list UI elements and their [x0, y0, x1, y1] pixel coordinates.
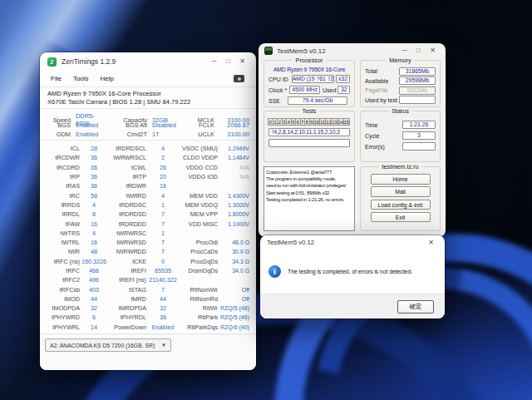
timing-value: 48 [80, 248, 108, 255]
dialog-footer: 確定 [260, 294, 445, 319]
sse-label: SSE [268, 98, 280, 104]
errors-label: Error(s) [365, 144, 385, 150]
cpu-name-text: AMD Ryzen 9 7950X 16-Core [268, 67, 350, 72]
close-icon[interactable]: ✕ [424, 237, 438, 248]
voltage-label: MEM VPP [180, 210, 218, 218]
timing-value: 2 [146, 154, 180, 161]
timing-value: 4 [80, 230, 108, 237]
menu-item[interactable]: Help [95, 73, 120, 84]
site-button[interactable]: Exit [371, 212, 431, 223]
timing-label: tMRDPDA [108, 304, 146, 312]
timing-label: tRFC [47, 267, 80, 274]
voltage-label: DramDqDs [180, 267, 218, 274]
timing-row: tRFC 466 tREFI 65535 DramDqDs 34.0 Ω [47, 266, 249, 275]
pagefile-field: 5322Mb [399, 86, 436, 95]
close-icon[interactable]: ✕ [235, 57, 249, 67]
timing-label: tRRDL [47, 210, 80, 218]
testmem5-window-title: TestMem5 v0.12 [277, 47, 326, 55]
timing-value: 4 [146, 145, 180, 152]
timing-value: 16 [80, 220, 108, 228]
dialog-titlebar[interactable]: TestMem5 v0.12 ✕ [260, 235, 445, 249]
timing-value: 7 [146, 220, 180, 228]
timing-row: tRC 58 tWRRD 4 MEM VDD 1.4300V [47, 190, 249, 200]
config-label: FCLK [182, 121, 214, 129]
pagefile-label: PageFile [365, 87, 388, 93]
dialog-body: i The testing is completed, of errors is… [260, 249, 445, 294]
timing-label: tREFI (ns) [108, 276, 146, 284]
timing-value: Enabled [146, 323, 180, 331]
zentimings-app-icon: Z [47, 57, 57, 67]
screenshot-camera-icon[interactable] [234, 75, 244, 82]
minimize-icon[interactable]: ─ [397, 46, 411, 57]
maximize-icon[interactable]: □ [221, 57, 235, 67]
dimm-selector-dropdown[interactable]: A2: ANACOMDA KS D5 7200 (16GB, SR) ▼ [45, 338, 171, 352]
site-button[interactable]: Home [371, 174, 431, 185]
available-label: Available [365, 78, 388, 84]
timing-label: tWRWRDD [108, 248, 146, 255]
log-line: The program in compatibility mode, [266, 175, 352, 182]
timing-label: tRCDRD [47, 164, 80, 171]
errors-field [402, 142, 436, 151]
config-value: Enabled [71, 131, 107, 138]
memory-config-section: Speed DDR5-6200 Capacity 32GB MCLK 3100.… [40, 109, 256, 141]
config-label: GDM [47, 131, 71, 138]
cpu-id-field: AMD (19 ?61 ?2) [292, 75, 334, 83]
processor-group: Processor AMD Ryzen 9 7950X 16-Core CPU … [264, 60, 355, 107]
zentimings-menubar: FileToolsHelp [40, 71, 256, 86]
timing-label: tPHYRDL [108, 314, 146, 321]
log-line: Testing completed in 1:21.26, no errors. [266, 196, 352, 203]
voltage-label: ProcDqDs [180, 258, 218, 265]
timing-value: 44 [80, 295, 108, 303]
info-icon: i [268, 265, 281, 278]
testmem5-titlebar[interactable]: TestMem5 v0.12 ─ □ ✕ [259, 43, 446, 58]
voltage-value: 30.0 Ω [218, 249, 249, 254]
board-info-text: X670E Taichi Carrara | BIOS 1.28 | SMU 8… [47, 98, 249, 106]
log-line: Start testing at 0:51, 896Mb x32 [266, 190, 352, 196]
timing-label: tWRWRSD [108, 239, 146, 246]
total-label: Total [365, 68, 377, 74]
zentimings-titlebar[interactable]: Z ZenTimings 1.2.9 ─ □ ✕ [40, 52, 256, 71]
timing-value: 16 [80, 239, 108, 246]
timing-value: 4 [146, 192, 180, 200]
cpu-arch-field: x32 [336, 75, 350, 83]
close-icon[interactable]: ✕ [426, 46, 440, 57]
voltage-label: ProcCaDs [180, 248, 218, 255]
maximize-icon[interactable]: □ [411, 46, 426, 57]
test-log-box[interactable]: Customize: Extreme1 @anta777The program … [264, 166, 355, 231]
timing-label: tCWL [108, 164, 146, 171]
timing-label: tCKE [108, 258, 146, 265]
voltage-label: CLDO VDDP [180, 154, 218, 161]
timing-label: tRCDWR [47, 154, 80, 161]
timing-label: tWTRS [47, 230, 80, 237]
timing-row: tPHYWRD 6 tPHYRDL 36 RttPark RZQ/5 (48) [47, 313, 249, 322]
timing-label: tRRDS [47, 201, 80, 209]
voltage-label: RttNomRd [180, 295, 218, 303]
timing-label: tCL [47, 145, 80, 152]
config-row: BGS Enabled BGS Alt Disabled FCLK 2066.6… [47, 121, 249, 131]
config-value: 1T [147, 131, 182, 138]
timing-label: tRP [47, 173, 80, 180]
ok-button[interactable]: 確定 [397, 300, 434, 314]
site-button[interactable]: Mail [371, 186, 431, 197]
voltage-label: MEM VDDQ [180, 201, 218, 209]
timing-label: tRDRDDD [108, 220, 146, 228]
timing-value: 16 [146, 182, 180, 190]
timing-value: 1 [146, 201, 180, 209]
timing-label: tRFC2 [47, 276, 80, 284]
timing-value: 65535 [146, 267, 180, 274]
site-button[interactable]: Load config & exit [371, 200, 431, 210]
timing-value: 36 [80, 154, 108, 161]
timing-value: 20 [146, 173, 180, 180]
voltage-value: 34.3 Ω [218, 259, 249, 264]
voltage-label: VDD MISC [180, 220, 218, 228]
timing-value: 403 [80, 286, 108, 294]
timing-row: tPHYWRL 14 PowerDown Enabled RttParkDqs … [47, 323, 249, 332]
menu-item[interactable]: File [45, 73, 67, 84]
timing-label: tPHYWRD [47, 314, 80, 321]
timing-label: tRTP [108, 173, 146, 180]
menu-item[interactable]: Tools [67, 73, 95, 84]
timing-value: 7 [146, 248, 180, 255]
minimize-icon[interactable]: ─ [207, 57, 221, 67]
timing-value: 32 [146, 304, 180, 312]
used-by-test-label: Used by test [365, 97, 397, 103]
